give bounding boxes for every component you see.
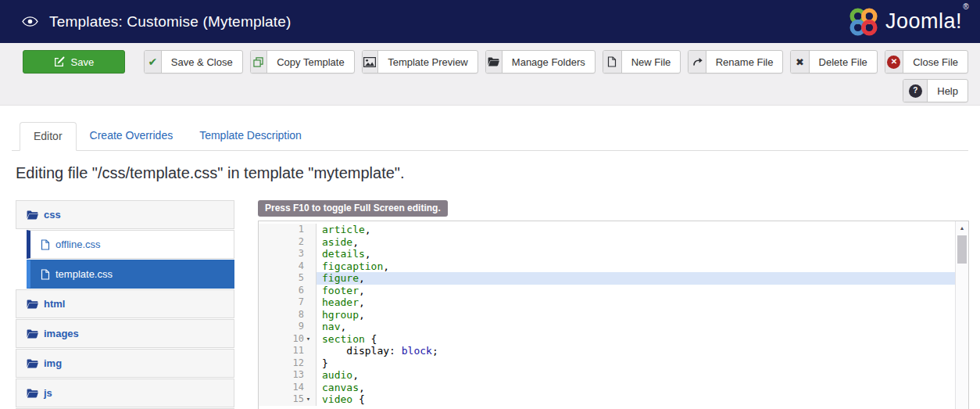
tree-folder-img[interactable]: img (16, 349, 234, 378)
line-number: 2 (299, 236, 304, 249)
times-circle-icon: ✕ (885, 51, 903, 73)
code-text: header, (317, 296, 955, 309)
code-line-4[interactable]: 4figcaption, (259, 260, 955, 273)
folder-label: images (44, 328, 79, 339)
scrollbar-thumb[interactable] (957, 235, 967, 264)
line-number: 4 (299, 260, 304, 273)
code-line-8[interactable]: 8hgroup, (259, 309, 955, 321)
save-close-button[interactable]: ✔Save & Close (144, 50, 243, 74)
admin-header: Templates: Customise (Mytemplate) Joomla… (0, 0, 980, 43)
tree-folder-images[interactable]: images (16, 319, 234, 348)
tree-folder-css[interactable]: css (16, 200, 234, 229)
help-row: ? Help (23, 79, 968, 102)
line-number: 10 (293, 333, 304, 346)
close-file-label: Close File (903, 51, 967, 73)
gutter-cell: 1 (259, 224, 317, 236)
code-text: audio, (317, 369, 955, 382)
code-text: display: block; (317, 345, 955, 357)
code-line-2[interactable]: 2aside, (259, 236, 955, 249)
main-content: cssoffline.csstemplate.csshtmlimagesimgj… (16, 200, 969, 409)
tree-file-offline-css[interactable]: offline.css (27, 230, 234, 259)
joomla-logo-text: Joomla!® (885, 9, 968, 34)
code-line-12[interactable]: 12} (259, 357, 955, 370)
tabs: EditorCreate OverridesTemplate Descripti… (12, 121, 968, 150)
code-line-9[interactable]: 9nav, (259, 321, 955, 333)
gutter-cell: 15▾ (259, 393, 317, 406)
rename-file-button[interactable]: Rename File (688, 50, 783, 74)
template-preview-button[interactable]: Template Preview (362, 50, 478, 74)
gutter-cell: 6 (259, 285, 317, 297)
check-icon: ✔ (145, 51, 162, 73)
folder-label: js (44, 387, 52, 399)
scrollbar-up-arrow-icon[interactable]: ▲ (956, 221, 968, 235)
code-line-14[interactable]: 14canvas, (259, 382, 955, 394)
file-icon (41, 269, 50, 280)
line-number: 7 (299, 296, 304, 309)
file-icon (603, 51, 622, 73)
new-file-label: New File (622, 51, 681, 73)
gutter-cell: 7 (259, 296, 317, 309)
manage-folders-button[interactable]: Manage Folders (485, 50, 596, 74)
fold-caret-down-icon[interactable]: ▾ (304, 393, 313, 406)
code-text: nav, (317, 321, 955, 333)
new-file-button[interactable]: New File (603, 50, 681, 74)
code-text: article, (317, 224, 955, 236)
copy-template-button[interactable]: Copy Template (250, 50, 355, 74)
delete-file-button[interactable]: ✖Delete File (790, 50, 877, 74)
code-line-11[interactable]: 11 display: block; (259, 345, 955, 357)
tab-template-description[interactable]: Template Description (186, 122, 315, 151)
tab-editor[interactable]: Editor (20, 122, 77, 151)
help-button[interactable]: ? Help (903, 79, 968, 102)
save-button[interactable]: Save (23, 50, 125, 74)
line-number: 11 (293, 345, 304, 357)
line-number: 6 (299, 285, 304, 297)
code-text: video { (317, 393, 955, 406)
code-line-13[interactable]: 13audio, (259, 369, 955, 382)
joomla-logo-icon (848, 6, 879, 38)
line-number: 3 (299, 248, 304, 260)
gutter-cell: 12 (259, 357, 317, 370)
toolbar-buttons: Save✔Save & CloseCopy TemplateTemplate P… (23, 50, 968, 74)
code-text: section { (317, 333, 955, 346)
redo-arrow-icon (689, 51, 706, 73)
gutter-cell: 4 (259, 260, 317, 273)
code-line-7[interactable]: 7header, (259, 296, 955, 309)
line-number: 9 (299, 321, 304, 333)
folder-label: html (44, 298, 65, 310)
fold-caret-down-icon[interactable]: ▾ (304, 333, 313, 346)
line-number: 12 (293, 357, 304, 370)
tree-folder-html[interactable]: html (16, 289, 234, 318)
code-line-10[interactable]: 10▾section { (259, 333, 955, 346)
file-label: offline.css (55, 239, 101, 250)
code-line-5[interactable]: 5figure, (259, 272, 955, 285)
code-line-6[interactable]: 6footer, (259, 285, 955, 297)
gutter-cell: 8 (259, 309, 317, 321)
code-line-15[interactable]: 15▾video { (259, 393, 955, 406)
line-number: 15 (293, 393, 304, 406)
times-icon: ✖ (791, 51, 809, 73)
code-lines: 1article,2aside,3details,4figcaption,5fi… (259, 221, 955, 406)
save-label: Save (71, 56, 95, 68)
copy-template-label: Copy Template (267, 51, 353, 73)
code-text: canvas, (317, 382, 955, 394)
code-line-1[interactable]: 1article, (259, 224, 955, 236)
line-number: 14 (293, 382, 304, 394)
gutter-cell: 9 (259, 321, 317, 333)
code-text: details, (317, 248, 955, 260)
gutter-cell: 14 (259, 382, 317, 394)
close-file-button[interactable]: ✕Close File (885, 50, 968, 74)
code-line-3[interactable]: 3details, (259, 248, 955, 260)
page-title: Templates: Customise (Mytemplate) (49, 13, 848, 30)
file-icon (41, 239, 50, 250)
editor-scrollbar[interactable]: ▲ (955, 221, 968, 409)
tree-folder-js[interactable]: js (16, 379, 234, 407)
code-editor[interactable]: 1article,2aside,3details,4figcaption,5fi… (258, 221, 969, 409)
code-text: footer, (317, 285, 955, 297)
gutter-cell: 2 (259, 236, 317, 249)
tab-create-overrides[interactable]: Create Overrides (77, 122, 187, 151)
file-tree: cssoffline.csstemplate.csshtmlimagesimgj… (16, 200, 234, 409)
delete-file-label: Delete File (810, 51, 877, 73)
question-circle-icon: ? (903, 80, 928, 102)
gutter-cell: 11 (259, 345, 317, 357)
tree-file-template-css[interactable]: template.css (27, 260, 234, 289)
